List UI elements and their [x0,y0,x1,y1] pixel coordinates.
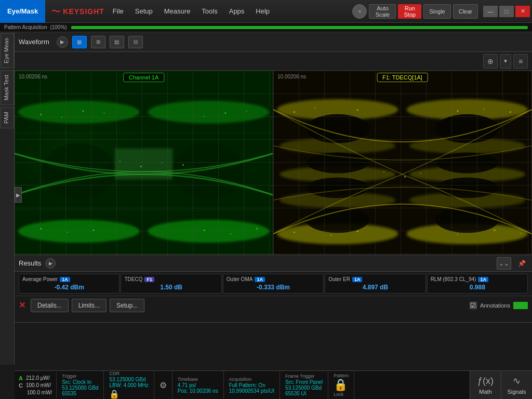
time-label-yellow: 10.00206 ns [277,74,306,79]
hamburger-menu-button[interactable]: ≡ [513,54,528,69]
cdr-section: CDR 53.125000 GBd LBW: 4.000 MHz 🔒 [104,371,154,399]
waveform-title: Waveform [19,38,49,46]
toolbar-row: ⊕ ▼ ≡ [15,52,532,71]
pattern-label: Pattern [334,373,349,378]
channel-extra-value: 100.0 mW/ [27,390,52,395]
outer-oma-value: -0.333 dBm [227,284,320,291]
progress-bar-fill [71,26,528,29]
eye-diagram-yellow: 10.00206 ns F1: TDECQ[1A] [273,71,531,255]
grid-overlay-yellow [273,71,531,255]
average-power-tag: 1A [60,277,70,282]
outer-er-tag: 1A [352,277,363,282]
pattern-lock-section: Pattern 🔒 Lock [328,371,354,399]
tdecq-label: TDECQ [124,276,142,282]
annotations-checkbox[interactable]: ☑ [470,302,477,309]
results-play-button[interactable]: ▶ [45,258,56,269]
waveform-play-button[interactable]: ▶ [57,36,68,48]
menu-bar: File Setup Measure Tools Apps Help [108,5,353,17]
limits-button[interactable]: Limits... [72,299,107,312]
close-button[interactable]: ✕ [515,6,530,17]
signals-button[interactable]: ∿ Signals [501,371,532,400]
view-btn-4[interactable]: ⊟ [128,36,143,48]
math-button[interactable]: ƒ(x) Math [470,371,501,400]
error-indicator: ✕ [19,300,25,310]
display-panel-f1: 10.00206 ns F1: TDECQ[1A] [273,71,532,255]
metric-outer-oma: Outer OMA 1A -0.333 dBm [223,274,324,294]
progress-bar-area: Pattern Acquisition (100%) [0,23,532,32]
window-controls: ● AutoScale RunStop Single Clear — □ ✕ [352,4,530,19]
timebase-line1: 4.71 ps/ [178,382,218,388]
pattern-lock-icon: 🔒 [334,378,349,392]
dropdown-button[interactable]: ▼ [500,54,511,69]
metrics-row: Average Power 1A -0.42 dBm TDECQ F1 1.50… [15,272,532,296]
channel-a-indicator: A [19,375,23,381]
display-panel-channel1: 10.00206 ns Channel 1A [15,71,273,255]
pam-tab[interactable]: PAM [1,107,14,128]
outer-er-label: Outer ER [328,276,350,282]
timebase-line2: Pos: 10.00206 ns [178,388,218,394]
frame-trigger-section: Frame Trigger Src: Front Panel 53.125000… [280,371,328,399]
menu-apps[interactable]: Apps [224,5,250,17]
results-title: Results [19,259,41,267]
trigger-line2: 53.125000 GBd [62,385,98,391]
minimize-button[interactable]: — [483,6,498,17]
outer-er-value: 4.897 dB [328,284,422,291]
channel-badge-yellow: F1: TDECQ[1A] [377,73,428,82]
results-pin-button[interactable]: 📌 [515,257,528,270]
expand-sidebar-button[interactable]: ▶ [15,187,22,203]
cdr-settings-icon[interactable]: ⚙ [159,380,167,390]
auto-scale-button[interactable]: AutoScale [369,4,396,19]
crosshair-button[interactable]: ⊕ [483,54,498,69]
cdr-label: CDR [109,371,148,376]
timebase-label: Timebase [178,377,218,382]
tdecq-value: 1.50 dB [124,284,218,291]
keysight-logo: 〜 KEYSIGHT [49,5,104,18]
clear-button[interactable]: Clear [453,4,478,19]
menu-setup[interactable]: Setup [130,5,158,17]
waveform-header: Waveform ▶ ▦ ⊞ ▤ ⊟ [15,32,532,52]
lock-icon: 🔒 [109,389,148,399]
channel-c-indicator: C [19,382,23,389]
trigger-label: Trigger [62,374,98,379]
signals-label: Signals [507,389,526,395]
cdr-line2: LBW: 4.000 MHz [109,382,148,388]
outer-oma-tag: 1A [255,277,265,282]
average-power-value: -0.42 dBm [22,284,116,291]
acquisition-line1: Full Pattern: On [229,382,274,388]
main-content: Waveform ▶ ▦ ⊞ ▤ ⊟ ⊕ ▼ ≡ [15,32,532,399]
run-stop-button[interactable]: RunStop [398,4,421,19]
maximize-button[interactable]: □ [499,6,514,17]
results-expand-button[interactable]: ⌄⌄ [497,257,511,270]
channel-a-value: 212.0 μW/ [26,375,50,381]
metric-outer-er: Outer ER 1A 4.897 dB [325,274,425,294]
details-button[interactable]: Details... [31,299,69,312]
trigger-section: Trigger Src: Clock In 53.125000 GBd 6553… [57,371,104,399]
status-bar: A 212.0 μW/ C 100.0 mW/ 100.0 mW/ Trigge… [15,370,532,399]
single-button[interactable]: Single [423,4,451,19]
setup-button[interactable]: Setup... [110,299,144,312]
menu-help[interactable]: Help [250,5,275,17]
rlm-value: 0.988 [431,284,524,291]
metric-tdecq: TDECQ F1 1.50 dB [121,274,221,294]
frame-trigger-line1: Src: Front Panel [285,379,323,385]
metric-average-power: Average Power 1A -0.42 dBm [19,274,119,294]
view-btn-2[interactable]: ⊞ [91,36,105,48]
circle-btn: ● [352,4,367,19]
menu-measure[interactable]: Measure [159,5,196,17]
cdr-line1: 53.125000 GBd [109,377,148,382]
view-btn-3[interactable]: ▤ [110,36,124,48]
acquisition-label: Acquisition [229,377,274,382]
mask-test-tab[interactable]: Mask Test [1,70,14,105]
results-header: Results ▶ ⌄⌄ 📌 [15,255,532,272]
channel-badge-green: Channel 1A [123,73,165,82]
time-label-green: 10.00206 ns [19,74,47,79]
view-btn-1[interactable]: ▦ [72,36,87,48]
signals-icon: ∿ [513,375,521,387]
eye-mask-tab[interactable]: Eye/Mask [0,0,45,23]
eye-mask-label: Eye/Mask [7,7,38,15]
left-sidebar: Eye Meas Mask Test PAM [0,32,15,365]
menu-file[interactable]: File [108,5,129,17]
titlebar: Eye/Mask 〜 KEYSIGHT File Setup Measure T… [0,0,532,23]
eye-meas-tab[interactable]: Eye Meas [1,33,14,68]
menu-tools[interactable]: Tools [196,5,222,17]
